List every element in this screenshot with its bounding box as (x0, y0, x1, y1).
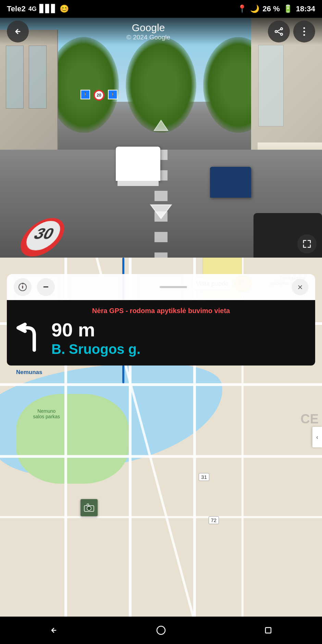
close-icon: × (297, 282, 302, 293)
turn-arrow (15, 323, 43, 355)
sv-nav-arrow-forward[interactable] (151, 119, 171, 134)
minus-icon: − (43, 282, 49, 293)
nav-distance: 90 m (51, 320, 307, 339)
street-view-camera-marker[interactable] (80, 499, 98, 516)
sv-pedestrian-sign-2: 🚶 (108, 90, 117, 99)
moon-icon: 🌙 (250, 4, 259, 13)
svg-point-2 (275, 30, 277, 33)
recent-apps-button[interactable] (256, 618, 280, 642)
google-title: Google (126, 22, 170, 34)
battery-label: 26 % (263, 4, 280, 13)
sv-blue-van (210, 167, 251, 198)
sv-pedestrian-sign: 🚶 (80, 90, 90, 99)
back-nav-button[interactable] (42, 618, 66, 642)
street-view-title: Google © 2024 Google (126, 22, 170, 41)
sv-tree-1 (48, 37, 119, 133)
battery-icon: 🔋 (283, 4, 293, 13)
map-sidebar-arrow[interactable]: ‹ (312, 427, 322, 447)
street-view-container[interactable]: 30 🚶 20 🚶 (0, 18, 322, 258)
copyright-text: © 2024 Google (126, 34, 170, 41)
panel-drag-area[interactable] (60, 286, 286, 288)
svg-line-3 (277, 29, 281, 31)
close-button[interactable]: × (292, 279, 308, 295)
bottom-navigation-bar (0, 617, 322, 644)
svg-rect-10 (0, 455, 322, 458)
svg-point-23 (87, 506, 91, 510)
time-label: 18:34 (296, 4, 315, 13)
nav-instruction-panel: Nėra GPS - rodoma apytikslė buvimo vieta… (7, 300, 315, 366)
svg-point-28 (157, 626, 165, 634)
svg-point-7 (304, 34, 305, 36)
sv-nav-arrow-down[interactable] (147, 201, 175, 222)
drag-handle (160, 286, 187, 288)
status-bar: Tele2 4G ▋▋▋ 😊 📍 🌙 26 % 🔋 18:34 (0, 0, 322, 18)
svg-point-0 (281, 28, 283, 30)
signal-icon: 4G (28, 5, 37, 13)
svg-line-4 (277, 32, 281, 34)
road-num-31: 31 (199, 473, 209, 481)
location-icon: 📍 (237, 4, 247, 13)
status-left: Tele2 4G ▋▋▋ 😊 (7, 4, 69, 13)
svg-point-6 (304, 31, 305, 33)
street-view-scene: 30 🚶 20 🚶 (0, 18, 322, 258)
nav-street: B. Sruogos g. (51, 342, 307, 357)
sv-road-signs: 🚶 20 🚶 (80, 90, 117, 101)
navigation-panel: N − × Nėra GPS - rodoma apytikslė buvimo… (7, 274, 315, 366)
back-button[interactable] (7, 21, 29, 42)
gps-warning: Nėra GPS - rodoma apytikslė buvimo vieta (15, 307, 307, 315)
sv-topbar-right (268, 21, 315, 42)
carrier-label: Tele2 (7, 4, 26, 13)
svg-rect-29 (265, 628, 271, 633)
share-button[interactable] (268, 21, 290, 42)
svg-rect-24 (87, 504, 89, 506)
minus-button[interactable]: − (37, 278, 55, 296)
street-view-topbar: Google © 2024 Google (0, 18, 322, 45)
svg-rect-9 (0, 383, 322, 386)
emoji-icon: 😊 (60, 4, 69, 13)
sv-speed-limit: 30 (9, 218, 68, 257)
status-right: 📍 🌙 26 % 🔋 18:34 (237, 4, 315, 13)
expand-button[interactable] (297, 234, 317, 253)
sv-camper-van (116, 147, 160, 181)
compass-button[interactable]: N (14, 278, 32, 296)
panel-controls: N − × (7, 274, 315, 300)
svg-point-1 (281, 33, 283, 35)
more-button[interactable] (293, 21, 315, 42)
svg-rect-11 (0, 516, 322, 518)
signal-bars: ▋▋▋ (39, 4, 57, 13)
home-nav-button[interactable] (149, 618, 173, 642)
road-num-72: 72 (209, 516, 219, 524)
nav-main-row: 90 m B. Sruogos g. (15, 320, 307, 357)
svg-text:N: N (22, 282, 24, 285)
sv-speed-sign: 20 (94, 90, 104, 101)
nav-details: 90 m B. Sruogos g. (51, 320, 307, 357)
svg-point-5 (304, 27, 305, 29)
